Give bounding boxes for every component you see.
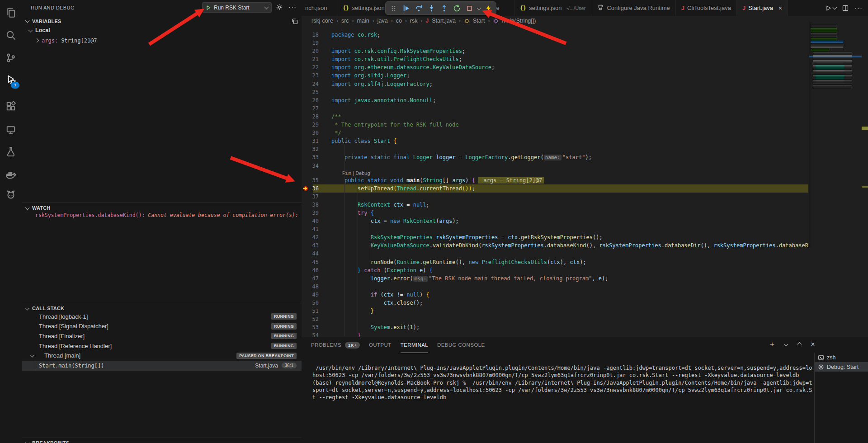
breakpoints-section-header[interactable]: BREAKPOINTS [22,438,302,443]
continue-icon[interactable] [401,3,411,14]
gear-icon[interactable] [276,4,283,12]
call-stack-thread[interactable]: Thread [Finalizer]RUNNING [22,331,302,341]
line-number[interactable]: 47 [302,274,319,283]
breadcrumb-item-main-string[interactable]: main(String[]) [502,18,536,24]
terminal-session-zsh[interactable]: zsh [815,353,868,362]
breadcrumb-item-src[interactable]: src [341,18,349,24]
terminal-output[interactable]: /usr/bin/env /Library/Internet\ Plug-Ins… [312,364,812,401]
step-over-icon[interactable] [413,3,424,14]
breadcrumb-item-start-java[interactable]: Start.java [432,18,456,24]
step-out-icon[interactable] [439,3,449,14]
line-number[interactable]: 43 [302,241,319,250]
call-stack-thread[interactable]: Thread [logback-1]RUNNING [22,311,302,321]
line-number[interactable]: 26 [302,96,319,104]
breadcrumb-item-rsk[interactable]: rsk [410,18,418,24]
panel-tab-terminal[interactable]: TERMINAL [401,337,428,353]
call-stack-thread[interactable]: Thread [Signal Dispatcher]RUNNING [22,321,302,331]
line-number[interactable]: 25 [302,88,319,96]
variables-section-header[interactable]: VARIABLES [22,17,302,25]
line-number[interactable]: 22 [302,63,319,71]
line-number[interactable]: 45 [302,258,319,266]
stop-menu-icon[interactable] [476,3,481,14]
restart-icon[interactable] [451,3,462,14]
docker-icon[interactable] [0,164,22,184]
hot-code-replace-icon[interactable] [483,3,494,14]
breadcrumb-item-java[interactable]: java [377,18,388,24]
breadcrumb-item-start[interactable]: Start [473,18,485,24]
watch-item[interactable]: rskSystemProperties.databaseKind(): Cann… [35,212,297,218]
line-number[interactable]: 32 [302,145,319,153]
line-number[interactable]: 21 [302,55,319,63]
run-icon[interactable] [825,5,836,12]
line-number[interactable]: 44 [302,250,319,258]
line-number[interactable]: 19 [302,39,319,47]
stop-icon[interactable] [464,3,475,14]
maximize-panel-icon[interactable] [795,340,804,349]
line-number[interactable]: 39 [302,209,319,217]
terminal-session-debug-start[interactable]: Debug: Start [815,362,868,372]
split-editor-icon[interactable] [842,5,849,12]
tab-settings-json[interactable]: {}settings.json [337,0,391,16]
line-number[interactable]: 41 [302,225,319,233]
line-number[interactable]: 35 [302,176,319,184]
panel-tab-debug-console[interactable]: DEBUG CONSOLE [437,337,485,353]
paused-breakpoint-icon[interactable] [302,185,309,194]
line-number[interactable]: 48 [302,283,319,291]
line-number[interactable]: 53 [302,323,319,331]
collapse-all-icon[interactable] [291,18,298,26]
line-number[interactable]: 46 [302,266,319,274]
code-editor[interactable]: 18package co.rsk;1920import co.rsk.confi… [302,31,809,339]
line-number[interactable]: 33 [302,153,319,161]
panel-tab-output[interactable]: OUTPUT [369,337,392,353]
explorer-icon[interactable] [0,3,22,23]
line-number[interactable]: 18 [302,31,319,39]
run-play-icon[interactable] [206,5,211,10]
call-stack-thread[interactable]: Thread [main]PAUSED ON BREAKPOINT [22,351,302,361]
panel-tab-problems[interactable]: PROBLEMS1K+ [311,337,360,353]
line-number[interactable]: 28 [302,113,319,121]
call-stack-section-header[interactable]: CALL STACK [22,303,302,312]
breadcrumb-item-main[interactable]: main [357,18,369,24]
variable-args-row[interactable]: args: String[2]@7 [35,38,97,44]
source-control-icon[interactable] [0,48,22,68]
run-config-dropdown[interactable]: Run RSK Start [202,2,272,13]
line-number[interactable]: 42 [302,233,319,241]
breadcrumb-item-rskj-core[interactable]: rskj-core [311,18,333,24]
line-number[interactable]: 30 [302,129,319,137]
variables-scope-local[interactable]: Local [29,27,50,33]
minimap[interactable] [809,21,862,247]
line-number[interactable]: 24 [302,80,319,88]
extensions-icon[interactable] [0,96,22,116]
line-number[interactable]: 52 [302,315,319,323]
pets-icon[interactable] [0,184,22,204]
line-number[interactable]: 51 [302,307,319,315]
line-number[interactable]: 40 [302,217,319,225]
line-number[interactable]: 27 [302,104,319,113]
watch-section-header[interactable]: WATCH [22,203,302,212]
remote-explorer-icon[interactable] [0,120,22,140]
close-icon[interactable]: × [778,5,782,12]
call-stack-thread[interactable]: Thread [Reference Handler]RUNNING [22,341,302,351]
step-into-icon[interactable] [426,3,437,14]
breadcrumb-item-co[interactable]: co [396,18,402,24]
tab-nch-json[interactable]: nch.json [302,0,337,16]
line-number[interactable]: 50 [302,299,319,307]
tab-clitoolstest-java[interactable]: JCliToolsTest.java [676,0,737,16]
close-panel-icon[interactable]: × [808,340,817,349]
line-number[interactable]: 38 [302,201,319,209]
tab-configure-java-runtime[interactable]: Configure Java Runtime [591,0,675,16]
search-icon[interactable] [0,25,22,45]
testing-icon[interactable] [0,141,22,161]
more-actions-icon[interactable]: ··· [288,3,297,10]
new-terminal-icon[interactable]: + [768,340,777,349]
line-number[interactable]: 23 [302,71,319,80]
line-number[interactable]: 20 [302,47,319,55]
tab-settings-json[interactable]: {}settings.json~/.../User [514,0,592,16]
line-number[interactable]: 49 [302,291,319,299]
tab-start-java[interactable]: JStart.java× [737,0,788,16]
line-number[interactable]: 29 [302,121,319,129]
line-number[interactable]: 34 [302,162,319,170]
codelens-run-debug[interactable]: Run | Debug [302,170,809,176]
run-and-debug-icon[interactable]: 1 [0,70,22,90]
breadcrumb[interactable]: rskj-core›src›main›java›co›rsk›JStart.ja… [311,16,536,26]
